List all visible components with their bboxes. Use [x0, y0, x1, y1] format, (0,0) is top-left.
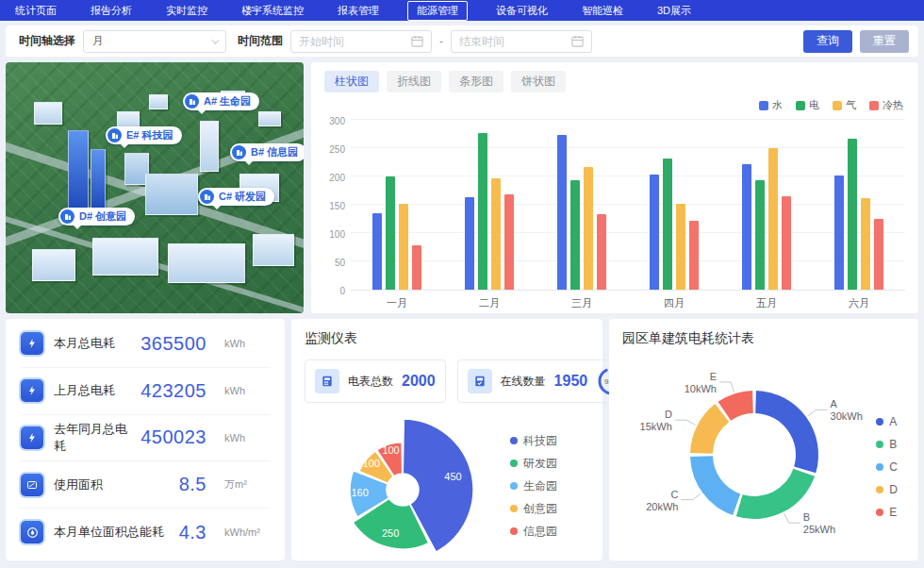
bar-电[interactable]: [663, 159, 672, 290]
legend-item-水[interactable]: 水: [759, 98, 783, 112]
donut-label-value: 30kWh: [831, 410, 863, 422]
start-date-input[interactable]: [299, 35, 405, 48]
donut-leader-line: [719, 382, 734, 392]
donut-label-name: E: [710, 371, 717, 382]
legend-item-A[interactable]: A: [876, 415, 898, 428]
donut-label-name: D: [665, 409, 672, 420]
bar-气[interactable]: [768, 148, 778, 290]
bar-冷热[interactable]: [689, 221, 699, 290]
online-icon: [468, 369, 492, 393]
donut-slice-A[interactable]: [755, 391, 818, 473]
bar-chart-plot[interactable]: [351, 121, 905, 291]
nav-item-report-analysis[interactable]: 报告分析: [85, 2, 138, 20]
bar-电[interactable]: [386, 176, 395, 290]
legend-item-研发园[interactable]: 研发园: [510, 456, 557, 472]
x-tick-label: 二月: [443, 291, 536, 310]
nav-item-smart-patrol[interactable]: 智能巡检: [576, 2, 629, 20]
bar-气[interactable]: [399, 204, 408, 290]
donut-slice-C[interactable]: [690, 456, 740, 515]
legend-item-冷热[interactable]: 冷热: [869, 98, 903, 112]
bar-group-三月[interactable]: [536, 121, 628, 290]
bar-冷热[interactable]: [412, 245, 421, 290]
bar-水[interactable]: [372, 213, 382, 290]
bar-冷热[interactable]: [874, 219, 883, 290]
bar-水[interactable]: [465, 197, 474, 290]
bar-水[interactable]: [742, 164, 751, 290]
building-panel-title: 园区单建筑电耗统计表: [622, 330, 905, 347]
legend-item-信息园[interactable]: 信息园: [510, 524, 557, 540]
bar-电[interactable]: [755, 180, 765, 290]
tab-hbar-chart[interactable]: 条形图: [449, 71, 503, 92]
bar-气[interactable]: [861, 198, 870, 290]
donut-slice-D[interactable]: [690, 404, 729, 454]
end-date-field[interactable]: [451, 30, 592, 53]
bar-group-二月[interactable]: [443, 121, 536, 290]
map-building: [200, 121, 219, 172]
legend-item-D[interactable]: D: [876, 483, 898, 496]
legend-dot: [876, 441, 883, 448]
legend-item-B[interactable]: B: [876, 438, 898, 451]
bar-电[interactable]: [570, 180, 580, 290]
map-label-tech-park[interactable]: E# 科技园: [106, 126, 182, 144]
building-icon: [232, 145, 246, 159]
map-3d-view[interactable]: A# 生命园 E# 科技园 B# 信息园 C# 研发园 D# 创意园: [6, 62, 304, 313]
bar-水[interactable]: [557, 135, 567, 290]
tab-line-chart[interactable]: 折线图: [387, 71, 441, 92]
stat-row-last-month: 上月总电耗 423205 kWh: [21, 368, 270, 415]
map-label-rd-park[interactable]: C# 研发园: [198, 188, 274, 206]
online-count-value: 1950: [554, 373, 588, 390]
bar-水[interactable]: [650, 175, 659, 290]
stat-unit: kWh: [224, 385, 270, 396]
bar-group-四月[interactable]: [628, 121, 720, 290]
donut-label-name: B: [803, 511, 810, 523]
bar-气[interactable]: [491, 178, 501, 290]
nav-item-statistics[interactable]: 统计页面: [9, 2, 62, 20]
park-rose-chart[interactable]: 450250160100100: [305, 407, 510, 565]
calendar-icon: [411, 35, 423, 47]
legend-item-C[interactable]: C: [876, 460, 898, 474]
map-label-text: D# 创意园: [79, 209, 126, 224]
stat-row-last-year: 去年同月总电耗 450023 kWh: [21, 415, 270, 462]
time-axis-select[interactable]: 月: [83, 30, 226, 53]
map-building: [145, 174, 198, 215]
tab-pie-chart[interactable]: 饼状图: [511, 71, 566, 92]
legend-item-科技园[interactable]: 科技园: [510, 433, 557, 449]
legend-item-气[interactable]: 气: [833, 98, 856, 112]
map-label-life-park[interactable]: A# 生命园: [183, 92, 259, 110]
bar-气[interactable]: [676, 204, 685, 290]
building-donut-chart[interactable]: A30kWhB25kWhC20kWhD15kWhE10kWh: [622, 347, 905, 562]
legend-item-E[interactable]: E: [876, 506, 898, 519]
nav-item-realtime-monitor[interactable]: 实时监控: [160, 2, 213, 20]
map-label-info-park[interactable]: B# 信息园: [230, 143, 304, 161]
legend-item-创意园[interactable]: 创意园: [510, 501, 557, 517]
bar-冷热[interactable]: [597, 214, 606, 290]
legend-item-生命园[interactable]: 生命园: [510, 478, 557, 494]
bar-group-五月[interactable]: [720, 121, 813, 290]
map-label-creative-park[interactable]: D# 创意园: [58, 208, 135, 226]
nav-item-energy-mgmt[interactable]: 能源管理: [407, 1, 468, 21]
nav-item-building-system[interactable]: 楼宇系统监控: [236, 2, 309, 20]
stat-unit: kWh/m²: [224, 526, 270, 538]
bar-group-一月[interactable]: [351, 121, 443, 290]
query-button[interactable]: 查询: [803, 30, 852, 53]
main-row: A# 生命园 E# 科技园 B# 信息园 C# 研发园 D# 创意园: [6, 62, 918, 313]
end-date-input[interactable]: [459, 35, 566, 48]
map-label-text: C# 研发园: [219, 190, 266, 204]
bar-水[interactable]: [834, 175, 844, 290]
nav-item-device-visual[interactable]: 设备可视化: [490, 2, 553, 20]
legend-dot: [510, 459, 518, 467]
bar-group-六月[interactable]: [813, 121, 905, 290]
bar-电[interactable]: [848, 139, 857, 290]
reset-button[interactable]: 重置: [860, 30, 909, 53]
start-date-field[interactable]: [290, 30, 432, 53]
bar-冷热[interactable]: [504, 194, 514, 290]
nav-item-3d-display[interactable]: 3D展示: [652, 2, 697, 20]
bar-冷热[interactable]: [782, 196, 791, 290]
gridline: [351, 119, 905, 120]
tab-bar-chart[interactable]: 柱状图: [324, 71, 379, 92]
nav-item-report-mgmt[interactable]: 报表管理: [332, 2, 385, 20]
meter-total-card[interactable]: 电表总数 2000: [305, 359, 446, 403]
bar-电[interactable]: [478, 133, 487, 290]
legend-item-电[interactable]: 电: [796, 98, 819, 112]
bar-气[interactable]: [584, 167, 593, 290]
